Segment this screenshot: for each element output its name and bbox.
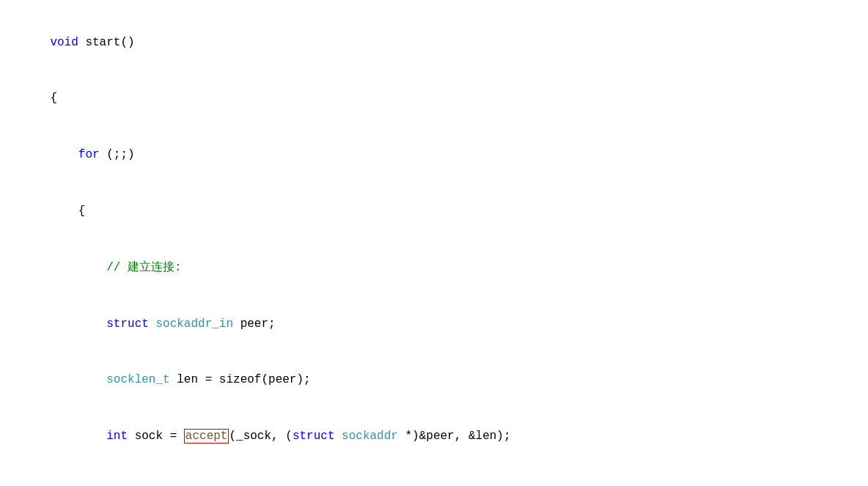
type-sockaddr-in: sockaddr_in (155, 317, 233, 331)
keyword-struct: struct (106, 317, 149, 331)
keyword-void: void (50, 36, 78, 49)
code-line-2: { (22, 71, 846, 128)
keyword-int: int (106, 430, 128, 443)
func-accept-boxed: accept (184, 429, 229, 443)
keyword-struct2: struct (293, 430, 335, 443)
code-line-8: int sock = accept(_sock, (struct sockadd… (22, 408, 846, 465)
code-line-9: if (sock < 0) (22, 465, 846, 486)
code-line-3: for (;;) (22, 128, 846, 184)
code-line-6: struct sockaddr_in peer; (22, 296, 846, 353)
type-sockaddr: sockaddr (342, 430, 398, 443)
code-line-7: socklen_t len = sizeof(peer); (22, 353, 846, 409)
keyword-for: for (78, 148, 100, 161)
code-line-4: { (22, 183, 846, 240)
code-line-1: void start() (22, 15, 846, 71)
code-container: void start() { for (;;) { // 建立连接: struc… (0, 0, 868, 486)
comment-establish: // 建立连接: (106, 261, 181, 274)
code-line-5: // 建立连接: (22, 240, 846, 296)
type-socklen-t: socklen_t (106, 373, 169, 386)
